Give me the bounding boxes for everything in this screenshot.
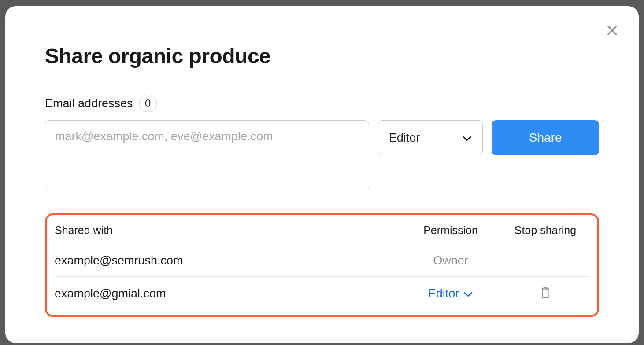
stop-sharing-button[interactable] [540,286,551,300]
role-select[interactable]: Editor [378,120,483,155]
share-modal: Share organic produce Email addresses 0 … [5,6,639,343]
header-permission: Permission [400,224,501,237]
header-shared-with: Shared with [55,224,400,237]
shared-with-box: Shared with Permission Stop sharing exam… [45,213,599,317]
share-button[interactable]: Share [492,120,599,155]
modal-title: Share organic produce [45,44,599,68]
shared-row: example@semrush.com Owner [55,245,589,277]
chevron-down-icon [463,287,473,301]
header-stop-sharing: Stop sharing [501,224,589,237]
close-icon [605,23,619,39]
shared-row: example@gmial.com Editor [55,277,589,311]
close-button[interactable] [603,22,621,40]
trash-icon [540,286,551,300]
permission-value: Owner [400,254,501,268]
stop-sharing-cell [501,286,589,302]
permission-cell: Editor [400,287,501,301]
shared-email: example@gmial.com [55,287,400,301]
shared-table-header: Shared with Permission Stop sharing [55,221,589,245]
email-input[interactable] [45,120,369,191]
input-row: Editor Share [45,120,599,191]
email-addresses-label: Email addresses [45,97,133,110]
permission-value: Editor [428,287,459,301]
permission-dropdown[interactable]: Editor [428,287,474,301]
chevron-down-icon [462,131,472,145]
email-label-row: Email addresses 0 [45,95,599,112]
modal-overlay: Share organic produce Email addresses 0 … [0,0,644,345]
email-count-badge: 0 [139,95,157,112]
shared-email: example@semrush.com [55,254,400,268]
role-select-value: Editor [389,131,420,145]
